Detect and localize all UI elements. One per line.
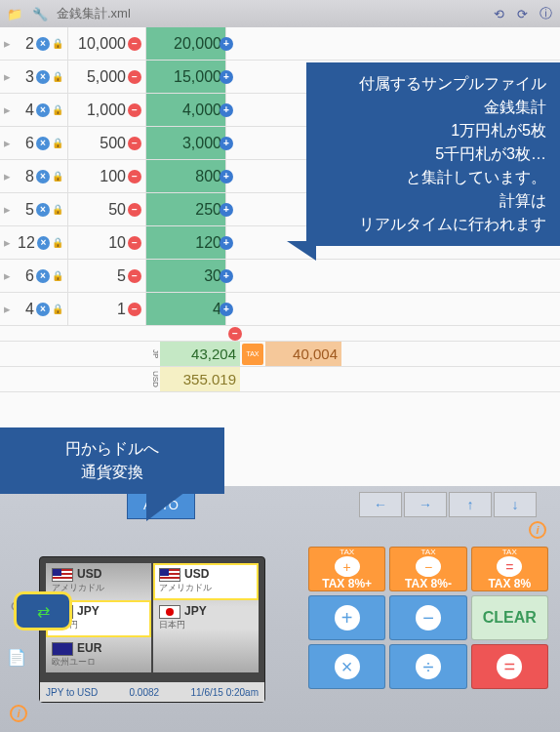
file-title: 金銭集計.xml <box>57 5 482 22</box>
arrow-left-button[interactable]: ← <box>359 492 402 517</box>
plus-icon[interactable]: + <box>220 37 233 51</box>
denom-cell[interactable]: 5− <box>68 260 146 292</box>
info-currency-icon[interactable]: i <box>10 705 27 722</box>
count-cell[interactable]: 5×🔒 <box>14 193 68 225</box>
subtotal-cell: 15,000+ <box>146 61 226 93</box>
currency-rate: 0.0082 <box>130 687 160 698</box>
delete-icon[interactable]: × <box>36 103 50 117</box>
currency-option[interactable]: EUR欧州ユーロ <box>46 637 151 672</box>
minus-icon[interactable]: − <box>128 103 141 117</box>
row-handle-icon[interactable]: ▸ <box>0 102 14 117</box>
denom-cell[interactable]: 1− <box>68 293 146 325</box>
denom-cell[interactable]: 50− <box>68 193 146 225</box>
row-handle-icon[interactable]: ▸ <box>0 235 14 250</box>
flag-icon <box>159 605 180 619</box>
subtotal-cell: 250+ <box>146 193 226 225</box>
tooltip-sample: 付属するサンプルファイル 金銭集計 1万円札が5枚 5千円札が3枚… と集計して… <box>306 62 560 246</box>
table-row: ▸2×🔒10,000−20,000+ <box>0 27 560 61</box>
info-keypad-icon[interactable]: i <box>529 521 546 539</box>
delete-icon[interactable]: × <box>36 37 50 51</box>
tax-eq-button[interactable]: TAX= TAX 8% <box>471 547 548 591</box>
plus-icon[interactable]: + <box>220 203 233 217</box>
redo-icon[interactable]: ⟳ <box>513 5 531 22</box>
plus-icon[interactable]: + <box>220 70 233 84</box>
arrow-down-button[interactable]: ↓ <box>494 492 537 517</box>
currency-picker[interactable]: USDアメリカドルJPY日本円EUR欧州ユーロ USDアメリカドルJPY日本円 … <box>39 556 265 703</box>
table-row: ▸6×🔒5−30+ <box>0 260 560 293</box>
row-handle-icon[interactable]: ▸ <box>0 268 14 283</box>
denom-cell[interactable]: 100− <box>68 160 146 192</box>
subtotal-cell: 30+ <box>146 260 226 292</box>
currency-time: 11/6/15 0:20am <box>190 687 259 698</box>
count-cell[interactable]: 8×🔒 <box>14 160 68 192</box>
undo-icon[interactable]: ⟲ <box>490 5 507 22</box>
delete-icon[interactable]: × <box>36 70 50 84</box>
count-cell[interactable]: 4×🔒 <box>14 293 68 325</box>
tooltip-currency: 円からドルへ 通貨変換 <box>0 427 224 494</box>
subtotal-cell: 4+ <box>146 293 226 325</box>
denom-cell[interactable]: 1,000− <box>68 94 146 126</box>
count-cell[interactable]: 3×🔒 <box>14 61 68 93</box>
folder-icon[interactable]: 📁 <box>6 5 23 22</box>
plus-icon[interactable]: + <box>220 303 233 316</box>
clear-button[interactable]: CLEAR <box>471 595 548 640</box>
delete-icon[interactable]: × <box>37 236 50 250</box>
minus-icon[interactable]: − <box>128 170 141 183</box>
plus-icon[interactable]: + <box>220 103 233 117</box>
arrow-up-button[interactable]: ↑ <box>449 492 492 517</box>
currency-option[interactable]: USDアメリカドル <box>153 563 259 600</box>
denom-cell[interactable]: 10− <box>68 226 146 259</box>
tax-minus-button[interactable]: TAX− TAX 8%- <box>389 547 466 591</box>
minus-icon[interactable]: − <box>228 327 242 341</box>
plus-button[interactable]: + <box>308 595 385 640</box>
delete-icon[interactable]: × <box>36 303 50 316</box>
delete-icon[interactable]: × <box>36 170 50 183</box>
currency-option[interactable]: JPY日本円 <box>153 600 259 637</box>
divide-button[interactable]: ÷ <box>389 644 466 689</box>
row-handle-icon[interactable]: ▸ <box>0 36 14 51</box>
count-cell[interactable]: 6×🔒 <box>14 127 68 159</box>
delete-icon[interactable]: × <box>36 203 50 217</box>
arrow-right-button[interactable]: → <box>404 492 447 517</box>
plus-icon[interactable]: + <box>220 236 233 250</box>
swap-currency-button[interactable]: ⇄ <box>14 591 72 630</box>
subtotal-cell: 20,000+ <box>146 27 226 60</box>
equals-button[interactable]: = <box>471 644 548 689</box>
count-cell[interactable]: 4×🔒 <box>14 94 68 126</box>
info-icon[interactable]: ⓘ <box>537 5 554 22</box>
lock-icon: 🔒 <box>52 38 63 49</box>
row-handle-icon[interactable]: ▸ <box>0 302 14 316</box>
minus-icon[interactable]: − <box>128 236 141 250</box>
row-handle-icon[interactable]: ▸ <box>0 202 14 217</box>
denom-cell[interactable]: 5,000− <box>68 61 146 93</box>
lock-icon: 🔒 <box>52 204 63 215</box>
note-icon[interactable]: 📄 <box>6 646 27 668</box>
denom-cell[interactable]: 10,000− <box>68 27 146 60</box>
minus-icon[interactable]: − <box>128 203 141 217</box>
flag-icon <box>159 568 180 582</box>
lock-icon: 🔒 <box>52 71 63 82</box>
minus-icon[interactable]: − <box>128 137 141 150</box>
delete-icon[interactable]: × <box>36 137 50 150</box>
count-cell[interactable]: 12×🔒 <box>14 226 68 259</box>
minus-icon[interactable]: − <box>128 269 141 283</box>
minus-button[interactable]: − <box>389 595 466 640</box>
count-cell[interactable]: 6×🔒 <box>14 260 68 292</box>
count-cell[interactable]: 2×🔒 <box>14 27 68 60</box>
delete-icon[interactable]: × <box>36 269 50 283</box>
row-handle-icon[interactable]: ▸ <box>0 136 14 150</box>
denom-cell[interactable]: 500− <box>68 127 146 159</box>
multiply-button[interactable]: × <box>308 644 385 689</box>
total-jpy: 43,204 <box>160 342 240 366</box>
minus-icon[interactable]: − <box>128 70 141 84</box>
wrench-icon[interactable]: 🔧 <box>31 5 49 22</box>
plus-icon[interactable]: + <box>220 170 233 183</box>
row-handle-icon[interactable]: ▸ <box>0 169 14 183</box>
row-handle-icon[interactable]: ▸ <box>0 69 14 84</box>
minus-icon[interactable]: − <box>128 303 141 316</box>
minus-icon[interactable]: − <box>128 37 141 51</box>
plus-icon[interactable]: + <box>220 269 233 283</box>
flag-icon <box>52 642 73 656</box>
tax-plus-button[interactable]: TAX+ TAX 8%+ <box>308 547 385 591</box>
plus-icon[interactable]: + <box>220 137 233 150</box>
